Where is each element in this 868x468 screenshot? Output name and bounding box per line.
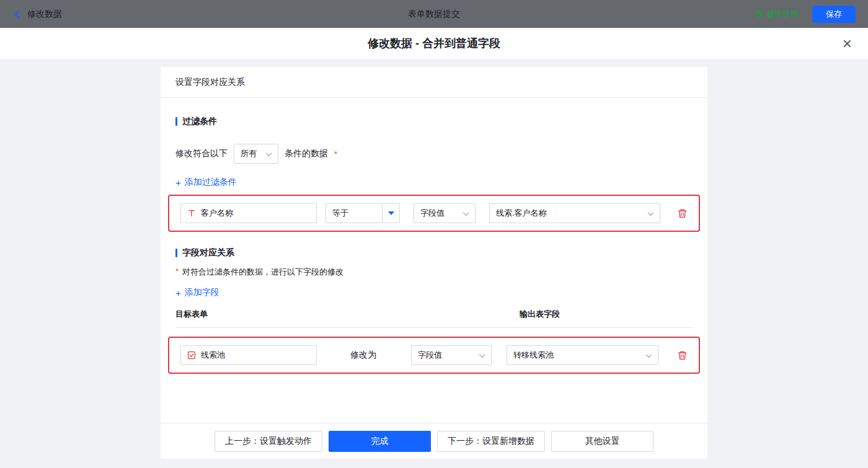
add-field-link[interactable]: + 添加字段 [175, 286, 219, 299]
location-pin-icon [755, 10, 763, 19]
required-mark: * [334, 149, 337, 159]
mapping-section-title: 字段对应关系 [175, 247, 693, 259]
close-icon[interactable]: × [843, 35, 852, 51]
condition-scope-value: 所有 [234, 148, 267, 159]
output-field-column-header: 输出表字段 [520, 309, 560, 320]
column-divider [175, 327, 693, 328]
filter-condition-highlight-box: 客户名称 等于 字段值 线索.客户名称 [168, 195, 700, 232]
value-type-select[interactable]: 字段值 [414, 203, 476, 223]
save-button[interactable]: 保存 [812, 6, 856, 23]
modify-to-label: 修改为 [350, 350, 376, 361]
delete-condition-button[interactable] [677, 208, 688, 219]
chevron-down-icon [646, 351, 652, 358]
mapping-section-label: 字段对应关系 [182, 247, 234, 258]
required-mark: * [175, 267, 179, 276]
target-field-value: 线索池 [201, 350, 225, 361]
section-bar-icon [175, 249, 177, 257]
target-form-column-header: 目标表单 [175, 309, 520, 320]
trash-icon [677, 350, 688, 361]
output-value-type-value: 字段值 [412, 350, 480, 361]
chevron-down-icon [266, 150, 272, 156]
plus-icon: + [175, 288, 181, 298]
chevron-left-icon [12, 9, 22, 19]
plus-icon: + [175, 178, 181, 187]
mapping-column-headers: 目标表单 输出表字段 [175, 309, 693, 320]
beginner-guide-link[interactable]: 新手引导 [755, 9, 799, 20]
settings-panel: 设置字段对应关系 过滤条件 修改符合以下 所有 条件的数据 * + 添加过滤条件 [161, 67, 707, 459]
operator-select[interactable]: 等于 [326, 203, 400, 223]
chevron-down-icon [463, 210, 469, 216]
topbar: 修改数据 表单数据提交 新手引导 保存 [0, 0, 868, 28]
operator-dropdown-button[interactable] [382, 204, 399, 223]
output-value-select[interactable]: 转移线索池 [507, 345, 658, 365]
next-step-button[interactable]: 下一步：设置新增数据 [437, 431, 545, 452]
output-value-type-select[interactable]: 字段值 [411, 345, 492, 365]
back-button[interactable]: 修改数据 [12, 9, 62, 20]
beginner-guide-label: 新手引导 [766, 9, 799, 20]
condition-suffix: 条件的数据 [285, 148, 328, 159]
caret-down-icon [388, 211, 394, 215]
checkbox-field-icon [187, 351, 196, 360]
filter-field-value: 客户名称 [201, 208, 233, 219]
modal-body: 设置字段对应关系 过滤条件 修改符合以下 所有 条件的数据 * + 添加过滤条件 [0, 59, 868, 468]
condition-scope-select[interactable]: 所有 [234, 144, 278, 164]
delete-mapping-button[interactable] [677, 350, 688, 361]
mapping-description: * 对符合过滤条件的数据，进行以下字段的修改 [175, 267, 693, 278]
prev-step-button[interactable]: 上一步：设置触发动作 [215, 431, 322, 452]
done-button[interactable]: 完成 [329, 431, 431, 452]
filter-field-input[interactable]: 客户名称 [180, 203, 317, 223]
text-field-icon [187, 209, 196, 218]
modal-title: 修改数据 - 合并到普通字段 [368, 36, 500, 51]
page-title: 表单数据提交 [0, 9, 868, 20]
add-filter-condition-link[interactable]: + 添加过滤条件 [175, 176, 237, 188]
target-field-input[interactable]: 线索池 [180, 345, 317, 365]
trash-icon [677, 208, 688, 219]
condition-prefix: 修改符合以下 [175, 148, 228, 159]
chevron-down-icon [479, 351, 485, 358]
other-settings-button[interactable]: 其他设置 [551, 431, 653, 452]
mapping-description-text: 对符合过滤条件的数据，进行以下字段的修改 [182, 267, 343, 278]
chevron-down-icon [648, 210, 654, 216]
filter-section-label: 过滤条件 [182, 116, 217, 127]
section-bar-icon [175, 117, 177, 126]
back-label: 修改数据 [27, 9, 62, 20]
filter-section-title: 过滤条件 [175, 115, 693, 128]
compare-value: 线索.客户名称 [490, 208, 649, 219]
output-value: 转移线索池 [507, 350, 647, 361]
value-type-value: 字段值 [414, 208, 464, 219]
compare-value-select[interactable]: 线索.客户名称 [489, 203, 660, 223]
mapping-row-highlight-box: 线索池 修改为 字段值 转移线索池 [168, 337, 700, 374]
modal-header: 修改数据 - 合并到普通字段 × [0, 28, 868, 59]
filter-condition-row: 修改符合以下 所有 条件的数据 * [175, 144, 693, 164]
operator-value: 等于 [326, 208, 382, 219]
panel-title: 设置字段对应关系 [161, 67, 707, 98]
panel-footer: 上一步：设置触发动作 完成 下一步：设置新增数据 其他设置 [161, 423, 707, 459]
add-field-label: 添加字段 [185, 287, 219, 298]
add-filter-condition-label: 添加过滤条件 [185, 177, 237, 188]
